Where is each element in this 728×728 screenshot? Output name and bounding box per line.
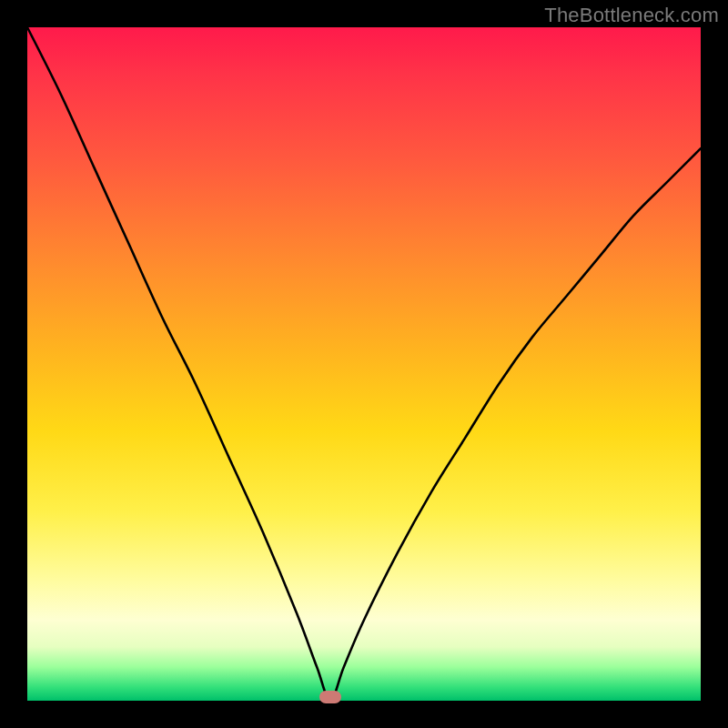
optimum-marker	[319, 691, 341, 703]
curve-path	[27, 27, 701, 701]
bottleneck-curve	[27, 27, 701, 701]
watermark-text: TheBottleneck.com	[544, 4, 719, 27]
chart-container: TheBottleneck.com	[0, 0, 728, 728]
plot-area	[27, 27, 701, 701]
